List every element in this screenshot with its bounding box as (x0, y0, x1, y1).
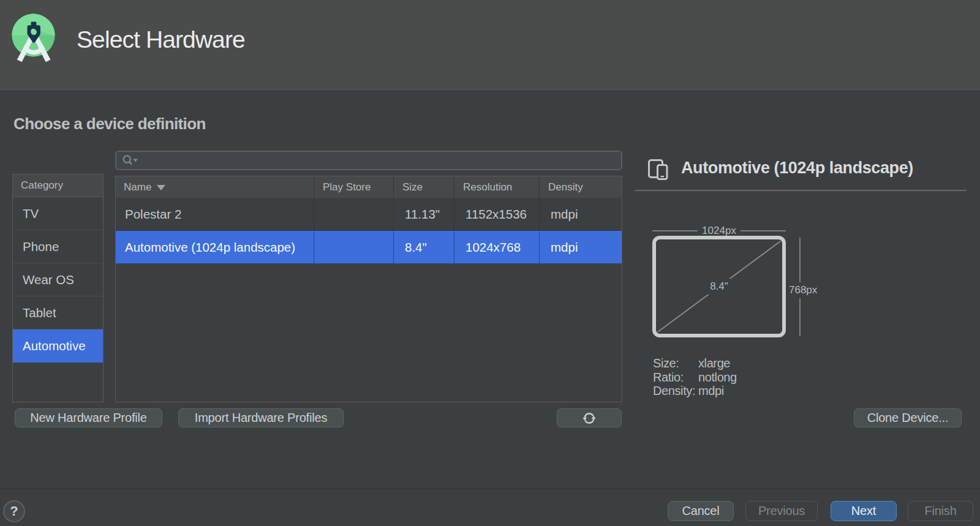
section-heading: Choose a device definition (13, 115, 206, 133)
spec-label: Size: (653, 356, 698, 370)
category-item-wear-os[interactable]: Wear OS (13, 263, 103, 296)
device-search-field[interactable] (115, 151, 622, 170)
cell-density: mdpi (540, 231, 622, 263)
spec-label: Density: (653, 384, 698, 398)
category-item-automotive[interactable]: Automotive (13, 329, 103, 363)
table-header-row: Name Play Store Size Resolution Density (116, 176, 622, 198)
spec-value: notlong (698, 370, 737, 385)
cell-size: 8.4" (394, 231, 454, 263)
device-screen-diagram: 8.4" (652, 236, 786, 337)
category-item-phone[interactable]: Phone (13, 230, 103, 263)
device-specs: Size: xlarge Ratio: notlong Density: mdp… (653, 356, 737, 398)
cell-size: 11.13" (394, 198, 454, 230)
refresh-button[interactable] (557, 408, 622, 427)
search-input[interactable] (139, 152, 621, 169)
select-hardware-dialog: Select Hardware Choose a device definiti… (0, 0, 980, 526)
cell-play-store (314, 231, 394, 263)
table-row-automotive-1024p[interactable]: Automotive (1024p landscape) 8.4" 1024x7… (116, 231, 622, 264)
diagonal-label: 8.4" (706, 279, 733, 295)
search-icon (122, 154, 139, 167)
spec-label: Ratio: (653, 370, 698, 385)
category-item-tablet[interactable]: Tablet (13, 296, 103, 329)
cell-play-store (314, 198, 394, 230)
import-hardware-profiles-button[interactable]: Import Hardware Profiles (178, 408, 344, 427)
diagram-width-dimension: 1024px (652, 225, 786, 236)
column-header-resolution[interactable]: Resolution (454, 176, 540, 198)
search-dropdown-arrow-icon (133, 159, 138, 162)
column-header-size[interactable]: Size (394, 176, 454, 198)
category-item-tv[interactable]: TV (13, 197, 103, 230)
devices-icon (647, 159, 668, 180)
finish-button[interactable]: Finish (908, 501, 973, 521)
height-label: 768px (786, 282, 820, 298)
cancel-button[interactable]: Cancel (668, 501, 734, 521)
dialog-titlebar: Select Hardware (0, 0, 980, 91)
details-separator (635, 190, 967, 191)
table-row-polestar-2[interactable]: Polestar 2 11.13" 1152x1536 mdpi (116, 198, 622, 231)
refresh-icon (582, 411, 597, 426)
android-studio-logo-icon (10, 13, 57, 64)
clone-device-button[interactable]: Clone Device... (854, 408, 962, 427)
footer-separator (0, 489, 980, 489)
help-button[interactable]: ? (3, 500, 25, 522)
width-label: 1024px (702, 225, 736, 237)
dialog-title: Select Hardware (77, 26, 245, 53)
spec-value: xlarge (698, 356, 737, 370)
spec-value: mdpi (698, 384, 737, 398)
device-definition-table: Name Play Store Size Resolution Density … (115, 176, 622, 402)
cell-name: Polestar 2 (116, 198, 314, 230)
category-header: Category (13, 175, 103, 197)
question-mark-icon: ? (10, 503, 18, 519)
previous-button[interactable]: Previous (745, 501, 818, 521)
cell-resolution: 1152x1536 (454, 198, 540, 230)
column-header-name[interactable]: Name (116, 176, 314, 198)
category-panel: Category TV Phone Wear OS Tablet Automot… (12, 174, 104, 402)
cell-density: mdpi (540, 198, 622, 230)
column-header-density[interactable]: Density (540, 176, 622, 198)
cell-resolution: 1024x768 (454, 231, 540, 263)
details-title: Automotive (1024p landscape) (681, 159, 913, 177)
cell-name: Automotive (1024p landscape) (116, 231, 314, 263)
column-header-play-store[interactable]: Play Store (314, 176, 394, 198)
next-button[interactable]: Next (831, 501, 897, 521)
sort-descending-icon (157, 185, 165, 190)
new-hardware-profile-button[interactable]: New Hardware Profile (15, 408, 162, 427)
